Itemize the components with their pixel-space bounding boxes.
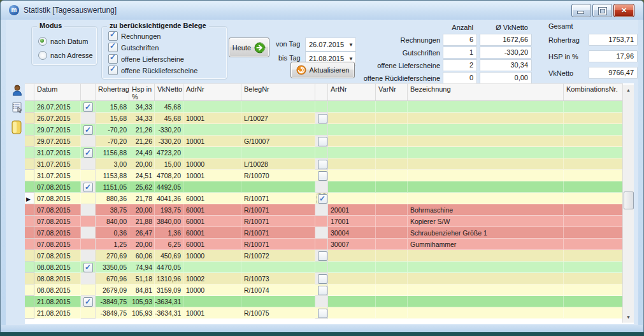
checkbox-rechnungen[interactable]: Rechnungen <box>108 31 161 41</box>
row-checkbox-checked[interactable] <box>83 183 93 192</box>
table-row[interactable]: 07.08.2015270,6960,06450,6910000R/10072 <box>25 250 634 262</box>
checkbox-cell[interactable] <box>315 296 328 307</box>
checkbox-icon-checked[interactable] <box>108 43 118 52</box>
checkbox-icon-checked[interactable] <box>108 31 118 41</box>
heute-button[interactable]: Heute <box>229 38 269 57</box>
checkbox-cell[interactable] <box>81 170 96 181</box>
checkbox-cell[interactable] <box>81 273 96 284</box>
row-checkbox-unchecked[interactable] <box>318 137 327 146</box>
table-row[interactable]: 07.08.2015840,0021,883840,0060001R/10071… <box>25 216 634 227</box>
table-row[interactable]: 29.07.2015-70,2021,26-330,2010001G/10007 <box>25 136 634 147</box>
scroll-down-icon[interactable]: ▼ <box>623 312 634 323</box>
column-header-artnr[interactable]: ArtNr <box>328 83 376 101</box>
checkbox-cell[interactable] <box>81 239 96 250</box>
checkbox-cell[interactable] <box>315 239 328 250</box>
checkbox-cell[interactable] <box>315 284 328 296</box>
chevron-down-icon[interactable]: ▼ <box>347 42 355 48</box>
table-row[interactable]: 21.08.2015-3849,75105,93-3634,31 <box>25 296 634 307</box>
checkbox-cell[interactable] <box>315 124 328 136</box>
checkbox-cell[interactable] <box>81 158 96 170</box>
radio-nach-datum[interactable]: nach Datum <box>38 37 88 46</box>
row-checkbox-unchecked[interactable] <box>318 251 327 261</box>
checkbox-cell[interactable] <box>315 136 328 147</box>
checkbox-cell[interactable] <box>81 216 96 227</box>
person-icon[interactable] <box>11 84 24 97</box>
row-checkbox-unchecked[interactable] <box>318 309 327 318</box>
column-header-varnr[interactable]: VarNr <box>376 83 408 101</box>
radio-icon[interactable] <box>38 51 47 60</box>
table-row[interactable]: 31.07.20153,0020,0015,0010000L/10028 <box>25 158 634 170</box>
table-row[interactable]: 29.07.2015-70,2021,26-330,20 <box>25 124 634 136</box>
chevron-down-icon[interactable]: ▼ <box>347 56 355 62</box>
column-header-adrnr[interactable]: AdrNr <box>183 83 241 101</box>
column-header-rohertrag[interactable]: Rohertrag <box>96 83 129 101</box>
row-checkbox-unchecked[interactable] <box>318 274 327 284</box>
checkbox-cell[interactable] <box>315 262 328 273</box>
row-checkbox-checked[interactable] <box>83 125 93 135</box>
checkbox-cell[interactable] <box>315 158 328 170</box>
column-header-sel[interactable] <box>25 83 34 101</box>
checkbox-cell[interactable] <box>81 204 96 216</box>
checkbox-cell[interactable] <box>315 101 328 113</box>
table-row[interactable]: 26.07.201515,6834,3345,68 <box>25 101 634 113</box>
column-header-komb[interactable]: KombinationsNr. <box>564 83 623 101</box>
form-pointer-icon[interactable] <box>11 101 24 114</box>
row-checkbox-checked[interactable] <box>83 148 93 158</box>
aktualisieren-button[interactable]: Aktualisieren <box>290 62 355 78</box>
checkbox-cell[interactable] <box>315 113 328 124</box>
table-row[interactable]: 07.08.20151,2520,006,2560001R/1007130007… <box>25 239 634 250</box>
checkbox-cell[interactable] <box>81 101 96 113</box>
checkbox-cell[interactable] <box>315 193 328 204</box>
checkbox-cell[interactable] <box>315 147 328 158</box>
maximize-button[interactable] <box>592 4 612 17</box>
row-checkbox-checked[interactable] <box>318 194 327 204</box>
checkbox-cell[interactable] <box>315 273 328 284</box>
checkbox-cell[interactable] <box>315 250 328 262</box>
vertical-scrollbar[interactable]: ▲ ▼ <box>622 85 634 323</box>
checkbox-gutschriften[interactable]: Gutschriften <box>108 43 159 52</box>
radio-icon-selected[interactable] <box>38 37 47 46</box>
checkbox-cell[interactable] <box>315 181 328 193</box>
table-row[interactable]: ▶07.08.2015880,3621,784041,3660001R/1007… <box>25 193 634 204</box>
column-header-datum[interactable]: Datum <box>34 83 81 101</box>
column-header-vknetto[interactable]: VkNetto <box>155 83 183 101</box>
table-row[interactable]: 07.08.20150,3626,471,3660001R/1007130004… <box>25 227 634 239</box>
column-header-cb1[interactable] <box>81 83 96 101</box>
table-row[interactable]: 08.08.2015670,9651,181310,9610002R/10073 <box>25 273 634 284</box>
row-checkbox-unchecked[interactable] <box>318 114 327 123</box>
checkbox-offene-ruecklieferscheine[interactable]: offene Rücklieferscheine <box>108 66 197 75</box>
close-button[interactable]: ✕ <box>613 4 634 17</box>
table-row[interactable]: 08.08.20152679,0984,813159,0910000R/1007… <box>25 284 634 296</box>
radio-nach-adresse[interactable]: nach Adresse <box>38 51 93 60</box>
checkbox-cell[interactable] <box>81 250 96 262</box>
column-header-cb2[interactable] <box>315 83 328 101</box>
table-row[interactable]: 08.08.20153350,0574,944470,05 <box>25 262 634 273</box>
checkbox-cell[interactable] <box>315 170 328 181</box>
row-checkbox-checked[interactable] <box>83 297 93 307</box>
checkbox-cell[interactable] <box>81 147 96 158</box>
checkbox-cell[interactable] <box>81 181 96 193</box>
checkbox-cell[interactable] <box>81 284 96 296</box>
checkbox-cell[interactable] <box>81 124 96 136</box>
checkbox-icon-checked[interactable] <box>108 66 118 75</box>
note-icon[interactable] <box>11 120 24 133</box>
scroll-up-icon[interactable]: ▲ <box>623 85 634 95</box>
row-checkbox-unchecked[interactable] <box>318 171 327 181</box>
table-row[interactable]: 07.08.201538,7520,00193,7560001R/1007120… <box>25 204 634 216</box>
title-bar[interactable]: m Statistik [Tagesauswertung] ✕ <box>1 1 643 20</box>
row-checkbox-unchecked[interactable] <box>318 160 327 169</box>
von-tag-combobox[interactable]: 26.07.2015 ▼ <box>305 38 356 52</box>
minimize-button[interactable] <box>571 4 591 17</box>
table-row[interactable]: 26.07.201515,6834,3345,6810001L/10027 <box>25 113 634 124</box>
checkbox-cell[interactable] <box>81 262 96 273</box>
checkbox-cell[interactable] <box>315 204 328 216</box>
checkbox-cell[interactable] <box>81 307 96 319</box>
row-checkbox-checked[interactable] <box>83 102 93 112</box>
row-checkbox-unchecked[interactable] <box>318 286 327 295</box>
checkbox-icon-checked[interactable] <box>108 54 118 64</box>
checkbox-cell[interactable] <box>81 227 96 239</box>
table-row[interactable]: 31.07.20151153,8824,514708,2010001R/1007… <box>25 170 634 181</box>
checkbox-cell[interactable] <box>315 216 328 227</box>
table-row[interactable]: 07.08.20151151,0525,624492,05 <box>25 181 634 193</box>
column-header-hsp[interactable]: Hsp in % <box>129 83 155 101</box>
